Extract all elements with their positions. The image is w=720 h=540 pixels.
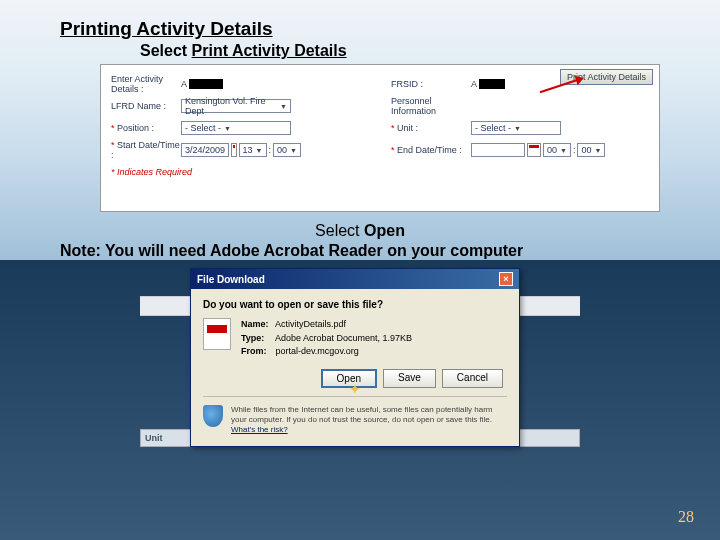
required-note: * Indicates Required xyxy=(111,167,649,177)
adobe-note: Note: You will need Adobe Acrobat Reader… xyxy=(60,242,660,260)
type-value: Adobe Acrobat Document, 1.97KB xyxy=(275,333,412,343)
unit-select[interactable]: - Select -▼ xyxy=(471,121,561,135)
redaction xyxy=(479,79,505,89)
frsid-label: FRSID : xyxy=(391,79,471,89)
time-sep: : xyxy=(269,145,272,155)
time-sep: : xyxy=(573,145,576,155)
whats-the-risk-link[interactable]: What's the risk? xyxy=(231,425,288,434)
chevron-down-icon: ▼ xyxy=(514,125,521,132)
position-select[interactable]: - Select -▼ xyxy=(181,121,291,135)
page-title: Printing Activity Details xyxy=(60,18,660,40)
name-value: ActivityDetails.pdf xyxy=(275,319,346,329)
end-date-input[interactable] xyxy=(471,143,525,157)
chevron-down-icon: ▼ xyxy=(594,147,601,154)
start-date-label: Start Date/Time : xyxy=(111,140,180,160)
start-hour-value: 13 xyxy=(243,145,253,155)
calendar-icon[interactable] xyxy=(527,143,541,157)
end-hour-value: 00 xyxy=(547,145,557,155)
redaction xyxy=(189,79,223,89)
close-icon[interactable]: × xyxy=(499,272,513,286)
from-label: From: xyxy=(241,345,273,359)
print-activity-details-button[interactable]: Print Activity Details xyxy=(560,69,653,85)
chevron-down-icon: ▼ xyxy=(560,147,567,154)
chevron-down-icon: ▼ xyxy=(280,103,287,110)
start-min-select[interactable]: 00▼ xyxy=(273,143,301,157)
calendar-icon[interactable] xyxy=(231,143,237,157)
end-min-select[interactable]: 00▼ xyxy=(577,143,605,157)
start-min-value: 00 xyxy=(277,145,287,155)
end-date-label: End Date/Time : xyxy=(397,145,462,155)
warning-text: While files from the Internet can be use… xyxy=(231,405,507,436)
save-button[interactable]: Save xyxy=(383,369,436,388)
enter-activity-prefix: A xyxy=(181,79,187,89)
chevron-down-icon: ▼ xyxy=(290,147,297,154)
name-label: Name: xyxy=(241,318,273,332)
end-min-value: 00 xyxy=(581,145,591,155)
chevron-down-icon: ▼ xyxy=(256,147,263,154)
subheading: Select Print Activity Details xyxy=(140,42,660,60)
pdf-icon xyxy=(203,318,231,350)
personnel-info-label: Personnel Information xyxy=(391,96,471,116)
end-hour-select[interactable]: 00▼ xyxy=(543,143,571,157)
unit-label: Unit : xyxy=(397,123,418,133)
type-label: Type: xyxy=(241,332,273,346)
start-date-input[interactable]: 3/24/2009 xyxy=(181,143,229,157)
file-metadata: Name: ActivityDetails.pdf Type: Adobe Ac… xyxy=(241,318,412,359)
dialog-question: Do you want to open or save this file? xyxy=(203,299,507,310)
file-download-dialog: File Download × Do you want to open or s… xyxy=(190,268,520,447)
select-open-instruction: Select Open xyxy=(60,222,660,240)
sub-link-text: Print Activity Details xyxy=(192,42,347,59)
chevron-down-icon: ▼ xyxy=(224,125,231,132)
frsid-prefix: A xyxy=(471,79,477,89)
position-value: - Select - xyxy=(185,123,221,133)
start-hour-select[interactable]: 13▼ xyxy=(239,143,267,157)
dialog-title-text: File Download xyxy=(197,274,265,285)
shield-icon xyxy=(203,405,223,427)
cancel-button[interactable]: Cancel xyxy=(442,369,503,388)
open-button-label: Open xyxy=(337,373,361,384)
lfrd-label: LFRD Name : xyxy=(111,101,181,111)
activity-form-panel: Print Activity Details Enter Activity De… xyxy=(100,64,660,212)
sub-prefix: Select xyxy=(140,42,192,59)
dialog-titlebar[interactable]: File Download × xyxy=(191,269,519,289)
dialog-container: Unit Start Time End Time File Download ×… xyxy=(190,268,530,447)
enter-activity-label: Enter Activity Details : xyxy=(111,74,181,94)
lfrd-value: Kensington Vol. Fire Dept xyxy=(185,96,277,116)
from-value: portal-dev.mcgov.org xyxy=(276,346,359,356)
position-label: Position : xyxy=(117,123,154,133)
lfrd-select[interactable]: Kensington Vol. Fire Dept▼ xyxy=(181,99,291,113)
unit-value: - Select - xyxy=(475,123,511,133)
start-date-value: 3/24/2009 xyxy=(185,145,225,155)
page-number: 28 xyxy=(678,508,694,526)
open-button[interactable]: Open ✦ xyxy=(321,369,377,388)
